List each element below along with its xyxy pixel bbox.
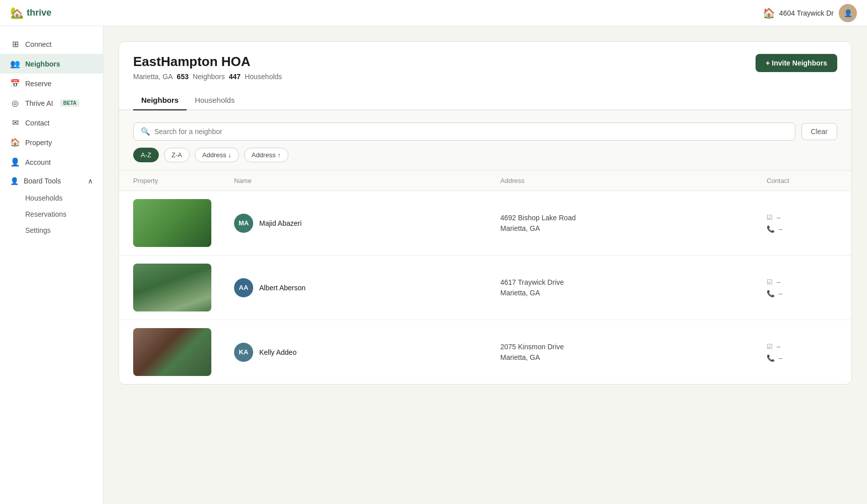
property-icon: 🏠 <box>10 138 20 147</box>
sidebar-item-settings[interactable]: Settings <box>25 222 103 238</box>
tab-households[interactable]: Households <box>187 91 243 110</box>
sidebar-label-connect: Connect <box>25 40 51 48</box>
search-row: 🔍 Clear <box>133 122 837 141</box>
table-header: Property Name Address Contact <box>119 171 851 191</box>
board-tools-left: 👤 Board Tools <box>10 177 61 185</box>
address-line1-3: 2075 Kinsmon Drive <box>500 343 564 351</box>
chevron-up-icon: ∧ <box>88 177 93 185</box>
address-line1-1: 4692 Bishop Lake <box>500 214 557 222</box>
address-cell-2: 4617 Traywick Drive Marietta, GA <box>500 277 767 298</box>
contact-cell-3: ☑ – 📞 – <box>767 343 837 362</box>
property-img-placeholder-3 <box>133 328 211 376</box>
sidebar-item-account[interactable]: 👤 Account <box>0 152 103 172</box>
sidebar: ⊞ Connect 👥 Neighbors 📅 Reserve ◎ Thrive… <box>0 26 103 504</box>
sidebar-label-reserve: Reserve <box>25 80 51 88</box>
avatar-placeholder: 👤 <box>844 9 852 17</box>
reserve-icon: 📅 <box>10 79 20 88</box>
phone-row-1: 📞 – <box>767 225 837 233</box>
filter-a-z[interactable]: A-Z <box>133 148 159 162</box>
tab-neighbors[interactable]: Neighbors <box>133 91 187 110</box>
property-img-placeholder-1 <box>133 199 211 247</box>
email-icon-3: ☑ <box>767 343 773 350</box>
neighbor-name-1[interactable]: Majid Abazeri <box>259 219 302 227</box>
search-input[interactable] <box>154 128 788 136</box>
clear-button[interactable]: Clear <box>801 123 837 140</box>
app-body: ⊞ Connect 👥 Neighbors 📅 Reserve ◎ Thrive… <box>0 26 867 504</box>
content-card: EastHampton HOA Marietta, GA 653 Neighbo… <box>119 41 852 385</box>
connect-icon: ⊞ <box>10 39 20 49</box>
filter-address-asc[interactable]: Address ↓ <box>195 148 239 162</box>
table-row: MA Majid Abazeri 4692 Bishop Lake Road M… <box>119 191 851 256</box>
search-box: 🔍 <box>133 122 795 141</box>
hoa-title: EastHampton HOA <box>133 54 282 70</box>
email-value-2: – <box>777 278 780 286</box>
neighbors-icon: 👥 <box>10 59 20 69</box>
settings-label: Settings <box>25 226 51 234</box>
sidebar-board-tools[interactable]: 👤 Board Tools ∧ <box>0 172 103 190</box>
address-cell-3: 2075 Kinsmon Drive Marietta, GA <box>500 342 767 363</box>
avatar-initials-2: AA <box>234 278 253 297</box>
initials-2: AA <box>239 284 249 291</box>
sidebar-item-households[interactable]: Households <box>25 190 103 206</box>
invite-neighbors-button[interactable]: + Invite Neighbors <box>756 54 837 72</box>
households-label: Households <box>25 194 63 202</box>
logo-icon: 🏡 <box>10 7 24 20</box>
phone-icon-1: 📞 <box>767 225 775 233</box>
neighbor-name-cell-3: KA Kelly Addeo <box>234 343 500 362</box>
phone-icon-3: 📞 <box>767 354 775 362</box>
col-property: Property <box>133 177 234 184</box>
neighbor-name-cell-1: MA Majid Abazeri <box>234 214 500 233</box>
thrive-ai-icon: ◎ <box>10 98 20 108</box>
email-row-3: ☑ – <box>767 343 837 350</box>
neighbor-name-3[interactable]: Kelly Addeo <box>259 348 297 356</box>
neighbor-name-cell-2: AA Albert Aberson <box>234 278 500 297</box>
hoa-households-count: 447 <box>229 73 241 81</box>
address-line3-3: Marietta, GA <box>500 353 540 361</box>
board-tools-icon: 👤 <box>10 177 19 185</box>
sidebar-item-neighbors[interactable]: 👥 Neighbors <box>0 54 103 74</box>
filter-z-a[interactable]: Z-A <box>164 148 190 162</box>
avatar[interactable]: 👤 <box>839 4 857 22</box>
sidebar-item-thrive-ai[interactable]: ◎ Thrive AI BETA <box>0 93 103 113</box>
table-row: AA Albert Aberson 4617 Traywick Drive Ma… <box>119 256 851 320</box>
sidebar-item-reservations[interactable]: Reservations <box>25 206 103 222</box>
contact-cell-1: ☑ – 📞 – <box>767 214 837 233</box>
phone-value-3: – <box>779 354 782 362</box>
col-address: Address <box>500 177 767 184</box>
property-img-placeholder-2 <box>133 264 211 311</box>
sidebar-label-account: Account <box>25 158 51 166</box>
top-header: 🏡 thrive 🏠 4604 Traywick Dr 👤 <box>0 0 867 26</box>
table-row: KA Kelly Addeo 2075 Kinsmon Drive Mariet… <box>119 320 851 384</box>
phone-row-3: 📞 – <box>767 354 837 362</box>
neighbors-table: Property Name Address Contact MA Majid A… <box>119 171 851 384</box>
sidebar-label-neighbors: Neighbors <box>25 60 60 68</box>
initials-1: MA <box>239 219 249 227</box>
sidebar-label-property: Property <box>25 139 52 147</box>
hoa-neighbors-count: 653 <box>177 73 189 81</box>
sidebar-item-property[interactable]: 🏠 Property <box>0 133 103 152</box>
email-row-2: ☑ – <box>767 278 837 286</box>
sidebar-label-thrive-ai: Thrive AI <box>25 99 53 107</box>
address-line3-2: Marietta, GA <box>500 289 540 297</box>
hoa-households-label: Households <box>245 73 282 81</box>
neighbor-name-2[interactable]: Albert Aberson <box>259 284 306 292</box>
filter-address-desc[interactable]: Address ↑ <box>244 148 288 162</box>
address-line1-2: 4617 Traywick Drive <box>500 278 564 286</box>
address-cell-1: 4692 Bishop Lake Road Marietta, GA <box>500 213 767 234</box>
hoa-neighbors-label: Neighbors <box>193 73 225 81</box>
logo[interactable]: 🏡 thrive <box>10 7 51 20</box>
col-name: Name <box>234 177 500 184</box>
sidebar-item-contact[interactable]: ✉ Contact <box>0 113 103 133</box>
header-address: 🏠 4604 Traywick Dr <box>763 7 834 19</box>
search-icon: 🔍 <box>141 127 150 136</box>
sidebar-item-reserve[interactable]: 📅 Reserve <box>0 74 103 93</box>
initials-3: KA <box>239 348 249 356</box>
header-address-text: 4604 Traywick Dr <box>779 9 834 17</box>
sidebar-item-connect[interactable]: ⊞ Connect <box>0 34 103 54</box>
phone-value-2: – <box>779 290 782 297</box>
house-icon-header: 🏠 <box>763 7 775 19</box>
tabs: Neighbors Households <box>119 91 851 110</box>
board-tools-subnav: Households Reservations Settings <box>0 190 103 238</box>
hoa-location: Marietta, GA <box>133 73 173 81</box>
avatar-initials-3: KA <box>234 343 253 362</box>
